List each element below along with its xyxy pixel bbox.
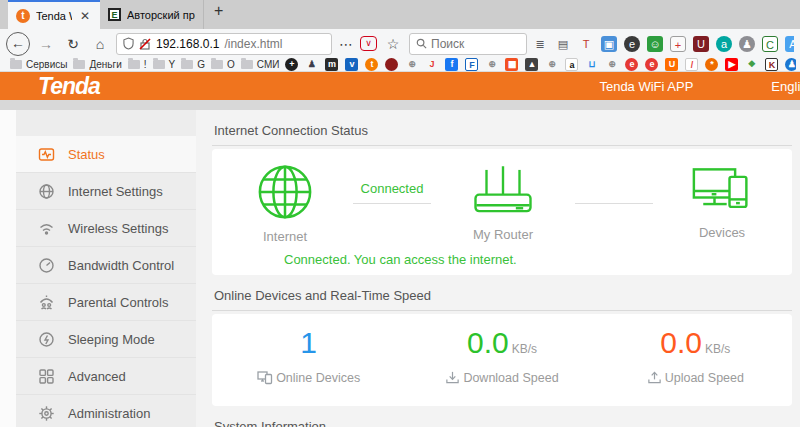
upload-speed-label: Upload Speed bbox=[665, 371, 744, 385]
translate-icon[interactable]: A bbox=[785, 36, 794, 52]
devices-node: Devices bbox=[692, 163, 752, 240]
a-badge-icon[interactable]: a bbox=[716, 36, 732, 52]
text-tool-icon[interactable]: T bbox=[578, 36, 594, 52]
page-actions-icon[interactable]: ⋯ bbox=[337, 36, 355, 52]
navigation-toolbar: ← → ↻ ⌂ 192.168.0.1/index.html ⋯ ∨ ☆ ≣▤T… bbox=[0, 29, 800, 58]
bookmark-folder[interactable]: Y bbox=[153, 59, 176, 70]
upload-icon bbox=[647, 370, 662, 385]
sidebar-item-parental-controls[interactable]: Parental Controls bbox=[16, 284, 196, 321]
download-speed-value: 0.0 bbox=[467, 326, 509, 360]
m-square-icon[interactable]: m bbox=[325, 58, 338, 71]
download-speed-unit: KB/s bbox=[512, 342, 537, 356]
chart-icon[interactable]: / bbox=[685, 58, 698, 71]
upload-speed-stat: 0.0 KB/s Upload Speed bbox=[599, 326, 792, 406]
puzzle-icon[interactable]: ❖ bbox=[745, 58, 758, 71]
person-blue-icon[interactable]: ♟ bbox=[785, 58, 796, 71]
globe-a-icon[interactable]: ⊕ bbox=[485, 58, 498, 71]
cashback-icon[interactable]: C bbox=[762, 36, 778, 52]
bookmark-folder[interactable]: O bbox=[211, 59, 235, 70]
bookmark-folder[interactable]: Деньги bbox=[73, 59, 121, 70]
video-blue-icon[interactable]: v bbox=[345, 58, 358, 71]
globe-1-icon[interactable]: ⊕ bbox=[405, 58, 418, 71]
gear-icon bbox=[38, 405, 55, 422]
k-frame-icon[interactable]: K bbox=[765, 58, 778, 71]
online-devices-stat[interactable]: 1 Online Devices bbox=[212, 326, 405, 406]
sidebar-item-wireless-settings[interactable]: Wireless Settings bbox=[16, 210, 196, 247]
reader-view-icon[interactable]: ▤ bbox=[555, 36, 571, 52]
bookmark-folder[interactable]: ! bbox=[128, 59, 147, 70]
facebook-icon[interactable]: f bbox=[445, 58, 458, 71]
tenda-wifi-app-link[interactable]: Tenda WiFi APP bbox=[599, 79, 693, 94]
devices-icon bbox=[692, 163, 752, 217]
devices-small-icon bbox=[257, 370, 273, 385]
realtime-speed-card: 1 Online Devices 0.0 KB/s bbox=[212, 314, 792, 406]
sidebar-item-sleeping-mode[interactable]: Sleeping Mode bbox=[16, 321, 196, 358]
folder-icon bbox=[241, 60, 253, 69]
extension-toolbar: ≣▤T▣e☺+Ua♟CA▤ bbox=[532, 36, 794, 52]
j-red-icon[interactable]: J bbox=[425, 58, 438, 71]
bookmark-folder[interactable]: Сервисы bbox=[10, 59, 67, 70]
insecure-lock-icon[interactable] bbox=[139, 38, 151, 50]
account-icon[interactable]: ♟ bbox=[739, 36, 755, 52]
language-link[interactable]: English bbox=[771, 79, 800, 94]
add-circle-icon[interactable]: + bbox=[285, 58, 298, 71]
screenshot-icon[interactable]: ▣ bbox=[601, 36, 617, 52]
section-title-connection: Internet Connection Status bbox=[212, 110, 792, 146]
url-path: /index.html bbox=[224, 37, 282, 51]
search-icon bbox=[416, 38, 427, 49]
tab-second[interactable]: E Авторский проект А bbox=[100, 0, 204, 29]
ublock-shield-icon[interactable]: U bbox=[693, 36, 709, 52]
sidebar-item-administration[interactable]: Administration bbox=[16, 395, 196, 427]
evernote-icon[interactable]: e bbox=[624, 36, 640, 52]
globe-2-icon[interactable]: ⊕ bbox=[545, 58, 558, 71]
person-dark-icon[interactable]: ♟ bbox=[305, 58, 318, 71]
bookmark-folder[interactable]: G bbox=[181, 59, 205, 70]
sidebar-item-internet-settings[interactable]: Internet Settings bbox=[16, 173, 196, 210]
e-favicon-icon: E bbox=[108, 8, 121, 21]
bookmark-star-icon[interactable]: ☆ bbox=[382, 36, 404, 52]
library-icon[interactable]: ≣ bbox=[532, 36, 548, 52]
sidebar-item-advanced[interactable]: Advanced bbox=[16, 358, 196, 395]
clipboard-add-icon[interactable]: + bbox=[670, 36, 686, 52]
cart-blue-icon[interactable]: ⊔ bbox=[585, 58, 598, 71]
download-speed-label: Download Speed bbox=[463, 371, 558, 385]
new-tab-button[interactable]: + bbox=[204, 0, 233, 29]
bag-orange-icon[interactable]: U bbox=[665, 58, 678, 71]
pocket-icon[interactable]: ∨ bbox=[360, 36, 377, 51]
forward-button[interactable]: → bbox=[35, 36, 57, 52]
address-bar[interactable]: 192.168.0.1/index.html bbox=[116, 33, 332, 55]
shield-permissions-icon[interactable] bbox=[123, 37, 134, 50]
sidebar-item-status[interactable]: Status bbox=[16, 136, 196, 173]
tenda-header: Tenda Tenda WiFi APP English bbox=[0, 72, 800, 100]
tenda-favicon-icon: t bbox=[16, 9, 30, 23]
clock-orange-icon[interactable]: t bbox=[365, 58, 378, 71]
color-grid-icon[interactable]: ▦ bbox=[505, 58, 518, 71]
home-button[interactable]: ⌂ bbox=[89, 36, 111, 52]
router-node: My Router bbox=[470, 163, 536, 242]
search-box[interactable] bbox=[409, 33, 527, 55]
e-red-1-icon[interactable]: e bbox=[625, 58, 638, 71]
reel-orange-icon[interactable]: * bbox=[705, 58, 718, 71]
e-red-2-icon[interactable]: e bbox=[645, 58, 658, 71]
globe-3-icon[interactable]: ⊕ bbox=[605, 58, 618, 71]
sidebar-nav: Status Internet Settings Wireless Settin… bbox=[16, 110, 196, 427]
amazon-icon[interactable]: a bbox=[565, 58, 578, 71]
red-dot-icon[interactable] bbox=[385, 58, 398, 71]
search-input[interactable] bbox=[431, 37, 511, 51]
green-bot-icon[interactable]: ☺ bbox=[647, 36, 663, 52]
bookmark-folder[interactable]: СМИ bbox=[241, 59, 280, 70]
link-line bbox=[353, 203, 431, 204]
internet-node: Internet bbox=[256, 163, 314, 244]
sidebar-item-bandwidth-control[interactable]: Bandwidth Control bbox=[16, 247, 196, 284]
tab-tenda[interactable]: t Tenda Wireless R ✕ bbox=[8, 0, 100, 29]
section-title-system: System Information bbox=[212, 406, 792, 427]
back-button[interactable]: ← bbox=[6, 32, 30, 56]
url-host: 192.168.0.1 bbox=[156, 37, 219, 51]
close-tab-icon[interactable]: ✕ bbox=[78, 9, 92, 23]
feb-site-icon[interactable]: F bbox=[465, 58, 478, 71]
tenda-logo: Tenda bbox=[38, 73, 100, 100]
youtube-icon[interactable]: ▶ bbox=[725, 58, 738, 71]
folder-icon bbox=[211, 60, 223, 69]
photo-dark-icon[interactable]: ▲ bbox=[525, 58, 538, 71]
reload-button[interactable]: ↻ bbox=[62, 36, 84, 52]
